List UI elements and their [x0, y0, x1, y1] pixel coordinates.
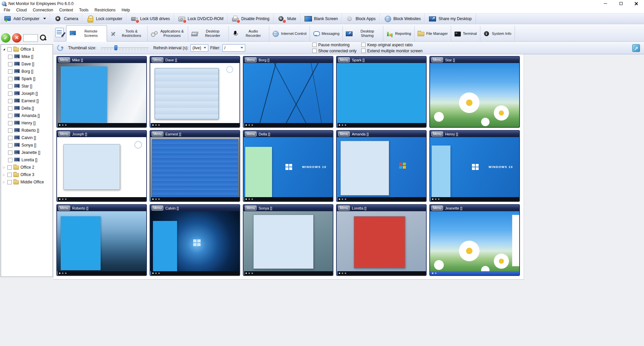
- menu-item[interactable]: Help: [118, 7, 133, 13]
- computer-checkbox[interactable]: [8, 143, 12, 148]
- feature-tab[interactable]: Messaging: [310, 26, 343, 41]
- feature-tab[interactable]: File Manager: [415, 26, 451, 41]
- remote-screen-thumbnail[interactable]: Menu Roberto []: [56, 204, 147, 276]
- toolbar-button[interactable]: Lock computer: [83, 13, 127, 24]
- remote-screen-thumbnail[interactable]: Menu Jeanette []: [429, 204, 520, 276]
- tree-computer-row[interactable]: Roberto []: [1, 127, 53, 134]
- activity-log-icon[interactable]: [55, 28, 64, 37]
- thumbnail-menu-button[interactable]: Menu: [58, 57, 70, 62]
- tree-computer-row[interactable]: Loretta []: [1, 156, 53, 164]
- menu-item[interactable]: Context: [56, 7, 76, 13]
- search-input[interactable]: [23, 34, 38, 42]
- collapsed-arrow-icon[interactable]: [2, 166, 6, 169]
- tree-computer-row[interactable]: Amanda []: [1, 112, 53, 119]
- disconnect-button[interactable]: [12, 33, 21, 43]
- remote-screen-thumbnail[interactable]: Menu Loretta []: [336, 204, 427, 276]
- feature-tab[interactable]: System Info: [480, 26, 515, 41]
- tree-computer-row[interactable]: Spark []: [1, 75, 53, 82]
- computer-checkbox[interactable]: [8, 99, 12, 103]
- group-checkbox[interactable]: [7, 173, 12, 177]
- settings-checkbox[interactable]: Pause monitoring: [312, 43, 357, 47]
- maximize-button[interactable]: [613, 0, 629, 7]
- checkbox[interactable]: [312, 49, 317, 53]
- connect-button[interactable]: [1, 33, 10, 43]
- feature-tab[interactable]: Terminal: [451, 26, 480, 41]
- close-button[interactable]: [629, 0, 644, 7]
- settings-checkbox[interactable]: Extend multiple monitor screen: [361, 49, 423, 53]
- thumbnail-menu-button[interactable]: Menu: [431, 57, 443, 62]
- remote-screen-thumbnail[interactable]: Menu Borg []: [243, 56, 333, 128]
- thumbnail-menu-button[interactable]: Menu: [58, 131, 70, 136]
- thumbnail-screen[interactable]: [244, 211, 333, 275]
- thumbnail-menu-button[interactable]: Menu: [58, 206, 70, 211]
- toolbar-button[interactable]: Add Computer: [0, 13, 50, 24]
- feature-tab[interactable]: Tools & Restrictions: [107, 26, 148, 41]
- remote-screen-thumbnail[interactable]: Menu Spark []: [336, 56, 427, 128]
- computer-checkbox[interactable]: [8, 121, 12, 125]
- minimize-button[interactable]: [598, 0, 613, 7]
- thumbnail-screen[interactable]: [244, 63, 333, 127]
- thumbnail-screen[interactable]: [57, 211, 146, 275]
- tree-computer-row[interactable]: Della []: [1, 105, 53, 112]
- computer-checkbox[interactable]: [8, 84, 12, 89]
- slider-handle[interactable]: [114, 45, 117, 50]
- thumbnail-screen[interactable]: [150, 63, 239, 127]
- thumbnail-screen[interactable]: [57, 137, 146, 201]
- remote-screen-thumbnail[interactable]: Menu Joseph []: [56, 130, 147, 202]
- computer-checkbox[interactable]: [8, 151, 12, 155]
- toolbar-button[interactable]: Camera: [50, 13, 83, 24]
- thumbnail-screen[interactable]: [430, 63, 519, 127]
- thumbnail-menu-button[interactable]: Menu: [245, 131, 257, 136]
- computer-checkbox[interactable]: [8, 55, 12, 59]
- thumbnail-screen[interactable]: [337, 63, 426, 127]
- computer-checkbox[interactable]: [8, 158, 12, 162]
- thumbnail-screen[interactable]: WINDOWS 10: [244, 137, 333, 201]
- remote-screen-thumbnail[interactable]: Menu Dave []: [150, 56, 240, 128]
- thumbnail-screen[interactable]: [337, 211, 426, 275]
- remote-screen-thumbnail[interactable]: Menu Amanda []: [336, 130, 427, 202]
- menu-item[interactable]: File: [1, 7, 13, 13]
- collapsed-arrow-icon[interactable]: [2, 180, 6, 184]
- menu-item[interactable]: Connection: [30, 7, 56, 13]
- computer-checkbox[interactable]: [8, 136, 12, 140]
- tree-computer-row[interactable]: Dave []: [1, 60, 53, 68]
- tree-computer-row[interactable]: Earnest []: [1, 97, 53, 105]
- tree-computer-row[interactable]: Star []: [1, 82, 53, 90]
- toolbar-button[interactable]: Disable Printing: [228, 13, 274, 24]
- feature-tab[interactable]: Desktop Sharing: [343, 26, 383, 41]
- expand-view-icon[interactable]: [632, 44, 640, 52]
- group-checkbox[interactable]: [7, 47, 12, 52]
- thumbnail-menu-button[interactable]: Menu: [245, 57, 257, 62]
- tree-computer-row[interactable]: Borg []: [1, 68, 53, 75]
- thumbnail-menu-button[interactable]: Menu: [152, 206, 163, 211]
- feature-tab[interactable]: Reporting: [383, 26, 415, 41]
- thumbnail-screen[interactable]: [57, 63, 146, 127]
- toolbar-button[interactable]: Blank Screen: [301, 13, 342, 24]
- toolbar-button[interactable]: Share my Desktop: [425, 13, 476, 24]
- collapsed-arrow-icon[interactable]: [2, 173, 6, 176]
- thumbnail-size-slider[interactable]: [101, 45, 149, 51]
- tree-computer-row[interactable]: Mike []: [1, 53, 53, 60]
- group-checkbox[interactable]: [7, 180, 12, 184]
- thumbnail-screen[interactable]: [337, 137, 426, 201]
- settings-checkbox[interactable]: Show connected only: [312, 49, 357, 53]
- tree-computer-row[interactable]: Henry []: [1, 119, 53, 127]
- remote-screen-thumbnail[interactable]: Menu Mike []: [56, 56, 147, 128]
- filter-select[interactable]: /: [222, 44, 245, 52]
- tree-computer-row[interactable]: Jeanette []: [1, 149, 53, 156]
- computer-checkbox[interactable]: [8, 92, 12, 96]
- refresh-icon[interactable]: [56, 44, 64, 52]
- tree-group-row[interactable]: Office 2: [1, 164, 53, 171]
- computer-checkbox[interactable]: [8, 114, 12, 118]
- checkbox[interactable]: [312, 43, 317, 47]
- thumbnail-screen[interactable]: [150, 137, 239, 201]
- remote-screen-thumbnail[interactable]: Menu Henry [] WINDOWS 10: [429, 130, 520, 202]
- feature-tab[interactable]: Remote Screens: [66, 25, 107, 42]
- thumbnail-screen[interactable]: WINDOWS 10: [430, 137, 519, 201]
- feature-tab[interactable]: Desktop Recorder: [188, 26, 229, 41]
- remote-screen-thumbnail[interactable]: Menu Earnest []: [150, 130, 240, 202]
- expand-arrow-icon[interactable]: [2, 48, 6, 50]
- tree-group-row[interactable]: Middle Office: [1, 178, 53, 186]
- toolbar-button[interactable]: Mute: [274, 13, 301, 24]
- menu-item[interactable]: Restrictions: [92, 7, 119, 13]
